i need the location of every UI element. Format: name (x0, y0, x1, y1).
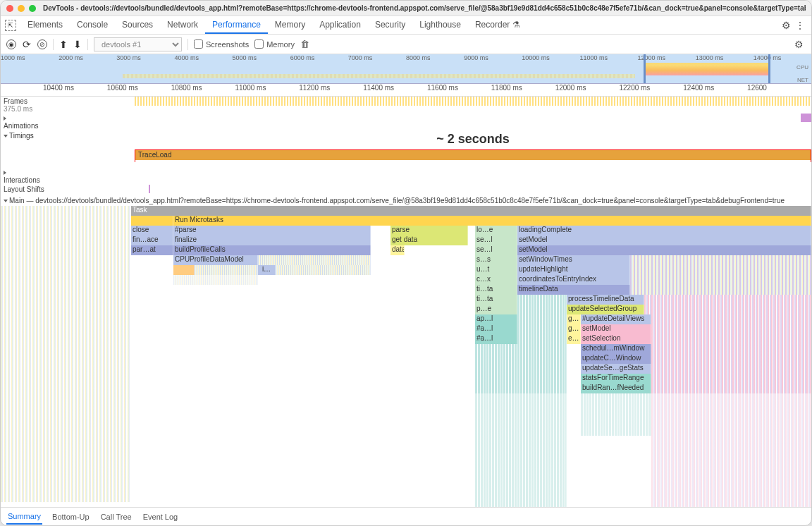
btab-summary[interactable]: Summary (6, 509, 42, 525)
window-close-icon[interactable] (6, 5, 13, 12)
flame-setwindow[interactable]: setWindowTimes (517, 255, 630, 265)
flame-finalize[interactable]: finalize (173, 236, 371, 245)
trash-icon[interactable]: 🗑 (300, 39, 309, 49)
expand-icon[interactable] (4, 171, 6, 175)
flame-tita1[interactable]: ti…ta (475, 285, 517, 295)
frames-track[interactable]: Frames 375.0 ms (1, 97, 811, 114)
inspect-element-icon[interactable]: ⇱ (5, 20, 16, 31)
perf-settings-icon[interactable]: ⚙ (792, 39, 806, 50)
tab-sources[interactable]: Sources (115, 17, 160, 34)
tab-lighthouse[interactable]: Lighthouse (412, 17, 468, 34)
tab-memory[interactable]: Memory (268, 17, 312, 34)
flame-loadingcomplete[interactable]: loadingComplete (517, 226, 811, 236)
interactions-track[interactable]: Interactions (1, 168, 811, 185)
detail-tabs: Summary Bottom-Up Call Tree Event Log (1, 507, 811, 525)
layout-shifts-track[interactable]: Layout Shifts (1, 185, 811, 195)
btab-bottomup[interactable]: Bottom-Up (51, 510, 91, 524)
more-icon[interactable]: ⋮ (793, 20, 807, 31)
flame-updatese[interactable]: updateSe…geStats (581, 364, 651, 374)
flame-tita2[interactable]: ti…ta (475, 295, 517, 305)
titlebar: DevTools - devtools://devtools/bundled/d… (1, 1, 811, 16)
flame-updatehighlight[interactable]: updateHighlight (517, 265, 630, 275)
overview-selection-handles[interactable] (644, 54, 770, 83)
flame-parat[interactable]: par…at (131, 245, 173, 255)
flame-schedul[interactable]: schedul…mWindow (581, 344, 651, 354)
flame-task[interactable]: Task (131, 206, 811, 216)
tab-performance[interactable]: Performance (205, 17, 268, 34)
devtools-tabs: ⇱ Elements Console Sources Network Perfo… (1, 16, 811, 35)
flame-i[interactable]: i… (258, 265, 276, 275)
flame-updatedetail[interactable]: #updateDetailViews (581, 314, 651, 324)
flame-timelinedata[interactable]: timelineData (517, 285, 630, 295)
flame-ut[interactable]: u…t (475, 265, 517, 275)
tab-network[interactable]: Network (160, 17, 205, 34)
record-icon[interactable]: ◉ (6, 39, 16, 49)
timings-track[interactable]: Timings ~ 2 seconds TraceLoad (1, 130, 811, 168)
flame-setselection[interactable]: setSelection (581, 334, 651, 344)
devtools-window: DevTools - devtools://devtools/bundled/d… (0, 0, 812, 526)
flame-getdata[interactable]: get data (390, 236, 468, 245)
flame-al2[interactable]: #a…l (475, 334, 517, 344)
flame-parse2[interactable]: parse (390, 226, 468, 236)
traffic-lights (6, 5, 36, 12)
profile-selector[interactable]: devtools #1 (94, 37, 182, 51)
window-maximize-icon[interactable] (29, 5, 36, 12)
flame-g1[interactable]: g… (567, 314, 581, 324)
traceload-span[interactable]: TraceLoad (135, 150, 811, 160)
flame-pe[interactable]: p…e (475, 305, 517, 314)
flame-cx[interactable]: c…x (475, 275, 517, 285)
window-minimize-icon[interactable] (18, 5, 25, 12)
flame-proctd[interactable]: processTimelineData (567, 295, 644, 305)
flame-buildran[interactable]: buildRan…fNeeded (581, 384, 651, 393)
tab-elements[interactable]: Elements (20, 17, 70, 34)
net-label: NET (797, 77, 808, 83)
collapse-icon[interactable] (4, 200, 8, 202)
flame-g2[interactable]: g… (567, 324, 581, 334)
memory-checkbox[interactable]: Memory (254, 39, 295, 49)
flame-microtasks[interactable]: Run Microtasks (173, 216, 811, 226)
flame-sel1[interactable]: se…l (475, 236, 517, 245)
flame-close[interactable]: close (131, 226, 173, 236)
perf-toolbar: ◉ ⟳ ⊘ ⬆ ⬇ devtools #1 Screenshots Memory… (1, 35, 811, 54)
expand-icon[interactable] (4, 116, 6, 121)
download-icon[interactable]: ⬇ (73, 39, 82, 50)
tab-security[interactable]: Security (368, 17, 412, 34)
flame-updatec[interactable]: updateC…Window (581, 354, 651, 364)
clear-icon[interactable]: ⊘ (37, 39, 47, 49)
collapse-icon[interactable] (4, 135, 8, 137)
flame-parse[interactable]: #parse (173, 226, 371, 236)
screenshots-checkbox[interactable]: Screenshots (194, 39, 249, 49)
flame-setmodel3[interactable]: setModel (581, 324, 651, 334)
flame-apl[interactable]: ap…l (475, 314, 517, 324)
flame-al1[interactable]: #a…l (475, 324, 517, 334)
detail-ruler: 10400 ms10600 ms10800 ms11000 ms11200 ms… (1, 84, 811, 97)
flame-statsftr[interactable]: statsForTimeRange (581, 374, 651, 384)
animations-track[interactable]: Animations (1, 114, 811, 130)
tab-recorder[interactable]: Recorder ⚗ (468, 17, 527, 34)
btab-calltree[interactable]: Call Tree (99, 510, 133, 524)
tab-console[interactable]: Console (70, 17, 115, 34)
window-title: DevTools - devtools://devtools/bundled/d… (43, 4, 806, 12)
flame-loe[interactable]: lo…e (475, 226, 517, 236)
main-thread-label[interactable]: Main — devtools://devtools/bundled/devto… (1, 195, 811, 206)
flame-setmodel2[interactable]: setModel (517, 245, 811, 255)
flame-updatesg[interactable]: updateSelectedGroup (567, 305, 644, 314)
flame-coords[interactable]: coordinatesToEntryIndex (517, 275, 630, 285)
flame-ss[interactable]: s…s (475, 255, 517, 265)
tab-application[interactable]: Application (312, 17, 368, 34)
settings-icon[interactable]: ⚙ (779, 20, 793, 31)
reload-icon[interactable]: ⟳ (22, 39, 32, 49)
timing-annotation: ~ 2 seconds (135, 132, 811, 147)
flame-data[interactable]: data (390, 245, 405, 255)
flame-buildprofile[interactable]: buildProfileCalls (173, 245, 371, 255)
upload-icon[interactable]: ⬆ (59, 39, 68, 50)
flame-e[interactable]: e… (567, 334, 581, 344)
flame-finace[interactable]: fin…ace (131, 236, 173, 245)
flame-chart[interactable]: Task Run Microtasks close #parse parse l… (1, 206, 811, 507)
timeline-overview[interactable]: 1000 ms2000 ms3000 ms4000 ms5000 ms6000 … (1, 54, 811, 84)
flame-cpuprofile[interactable]: CPUProfileDataModel (173, 255, 258, 265)
flame-setmodel1[interactable]: setModel (517, 236, 811, 245)
flame-sel2[interactable]: se…l (475, 245, 517, 255)
tracks-area[interactable]: Frames 375.0 ms Animations Timings ~ 2 s… (1, 97, 811, 507)
btab-eventlog[interactable]: Event Log (142, 510, 180, 524)
